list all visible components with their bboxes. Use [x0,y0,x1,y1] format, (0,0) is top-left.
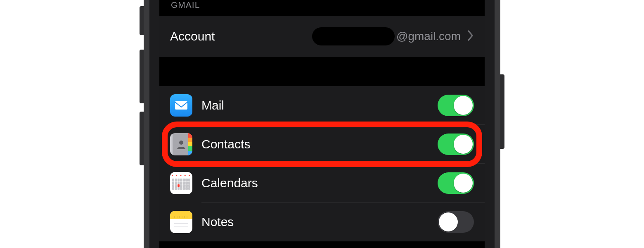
row-contacts-label: Contacts [201,137,250,151]
services-group: Mail Contacts [159,86,485,241]
row-notes: Notes [159,203,485,241]
toggle-contacts[interactable] [438,134,474,155]
row-calendars-label: Calendars [201,176,258,190]
notes-icon [170,211,192,233]
row-mail-label: Mail [201,98,224,112]
svg-point-1 [179,141,183,145]
calendar-icon: • • • • • [170,172,192,194]
svg-rect-0 [175,101,187,110]
account-email-domain: @gmail.com [396,30,461,43]
row-contacts: Contacts [159,125,485,164]
account-email-redacted [312,27,395,45]
phone-body: GMAIL Account @gmail.com [144,0,500,248]
section-header-gmail: GMAIL [159,0,485,16]
row-notes-label: Notes [201,215,234,229]
mail-icon [170,94,192,117]
phone-bezel: GMAIL Account @gmail.com [149,0,495,248]
toggle-calendars[interactable] [438,172,474,194]
toggle-notes[interactable] [438,211,474,233]
account-group: Account @gmail.com [159,16,485,57]
settings-content: GMAIL Account @gmail.com [159,0,485,241]
account-label: Account [170,29,215,43]
row-calendars: • • • • • Calendars [159,164,485,203]
phone-screen: GMAIL Account @gmail.com [159,0,485,248]
chevron-right-icon [467,30,474,43]
row-mail: Mail [159,86,485,125]
toggle-mail[interactable] [438,95,474,116]
account-value: @gmail.com [312,27,467,45]
phone-frame: GMAIL Account @gmail.com [132,0,512,248]
contacts-icon [170,133,192,155]
account-row[interactable]: Account @gmail.com [159,16,485,57]
